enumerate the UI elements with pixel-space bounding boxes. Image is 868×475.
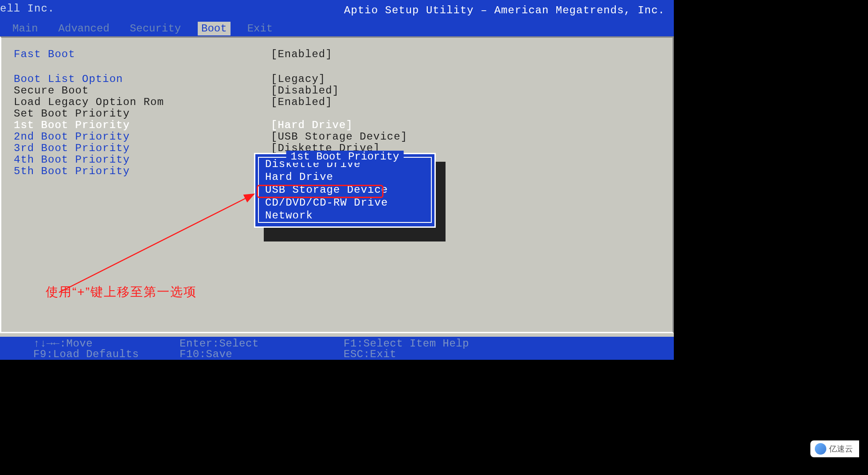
setting-row[interactable]: Fast Boot[Enabled] xyxy=(14,48,332,60)
setting-label: 3rd Boot Priority xyxy=(14,142,271,154)
hint-select: Enter:Select xyxy=(180,338,344,350)
popup-item[interactable]: Network xyxy=(259,209,431,222)
popup-item[interactable]: USB Storage Device xyxy=(259,183,431,196)
setting-row[interactable]: 1st Boot Priority[Hard Drive] xyxy=(14,119,353,131)
popup-item[interactable]: CD/DVD/CD-RW Drive xyxy=(259,196,431,209)
menu-tabs: MainAdvancedSecurityBootExit xyxy=(9,22,276,35)
setting-value: [Disabled] xyxy=(271,85,339,97)
setting-value: [USB Storage Device] xyxy=(271,131,407,143)
setting-value: [Hard Drive] xyxy=(271,119,353,131)
tab-boot[interactable]: Boot xyxy=(198,22,231,35)
boot-priority-popup: 1st Boot Priority Diskette DriveHard Dri… xyxy=(254,153,436,228)
setting-row[interactable]: Set Boot Priority xyxy=(14,108,271,120)
footer-row-2: F9:Load Defaults F10:Save ESC:Exit xyxy=(33,348,396,360)
setting-row[interactable]: Load Legacy Option Rom[Enabled] xyxy=(14,96,332,108)
hint-save: F10:Save xyxy=(180,348,344,360)
oem-name: ell Inc. xyxy=(0,3,55,15)
setting-row[interactable]: 2nd Boot Priority[USB Storage Device] xyxy=(14,131,407,143)
setting-label: Set Boot Priority xyxy=(14,108,271,120)
tab-main[interactable]: Main xyxy=(9,22,42,35)
hint-help: F1:Select Item Help xyxy=(344,338,469,350)
hint-defaults: F9:Load Defaults xyxy=(33,348,180,360)
popup-inner: 1st Boot Priority Diskette DriveHard Dri… xyxy=(258,157,432,223)
main-area: 5th Boot Priority4th Boot Priority3rd Bo… xyxy=(0,36,674,333)
hint-exit: ESC:Exit xyxy=(344,348,396,360)
svg-line-1 xyxy=(59,194,254,292)
bios-screen: ell Inc. Aptio Setup Utility – American … xyxy=(0,0,674,360)
tab-advanced[interactable]: Advanced xyxy=(55,22,113,35)
setting-label: 2nd Boot Priority xyxy=(14,131,271,143)
annotation-arrow xyxy=(55,191,258,297)
setting-label: Fast Boot xyxy=(14,48,271,60)
tab-security[interactable]: Security xyxy=(126,22,184,35)
setting-label: 4th Boot Priority xyxy=(14,154,271,166)
setting-label: Load Legacy Option Rom xyxy=(14,96,271,108)
footer-row-1: ↑↓→←:Move Enter:Select F1:Select Item He… xyxy=(33,338,469,350)
setting-value: [Enabled] xyxy=(271,96,332,108)
utility-title: Aptio Setup Utility – American Megatrend… xyxy=(344,4,665,16)
setting-label: Secure Boot xyxy=(14,85,271,97)
setting-row[interactable]: 5th Boot Priority xyxy=(14,165,271,177)
setting-row[interactable]: Boot List Option[Legacy] xyxy=(14,73,325,85)
setting-row[interactable]: Secure Boot[Disabled] xyxy=(14,85,339,97)
footer-bar: ↑↓→←:Move Enter:Select F1:Select Item He… xyxy=(0,337,674,360)
tab-exit[interactable]: Exit xyxy=(244,22,277,35)
setting-row[interactable]: 4th Boot Priority xyxy=(14,154,271,166)
setting-value: [Legacy] xyxy=(271,73,325,85)
setting-value: [Enabled] xyxy=(271,48,332,60)
setting-label: 1st Boot Priority xyxy=(14,119,271,131)
watermark: 亿速云 xyxy=(810,440,859,457)
hint-move: ↑↓→←:Move xyxy=(33,338,180,350)
setting-label: Boot List Option xyxy=(14,73,271,85)
popup-title: 1st Boot Priority xyxy=(286,151,404,163)
cloud-icon xyxy=(815,443,826,455)
setting-label: 5th Boot Priority xyxy=(14,165,271,177)
watermark-text: 亿速云 xyxy=(829,444,853,454)
popup-item[interactable]: Hard Drive xyxy=(259,171,431,183)
annotation-text: 使用“+”键上移至第一选项 xyxy=(46,284,197,300)
header-bar: ell Inc. Aptio Setup Utility – American … xyxy=(0,0,674,36)
